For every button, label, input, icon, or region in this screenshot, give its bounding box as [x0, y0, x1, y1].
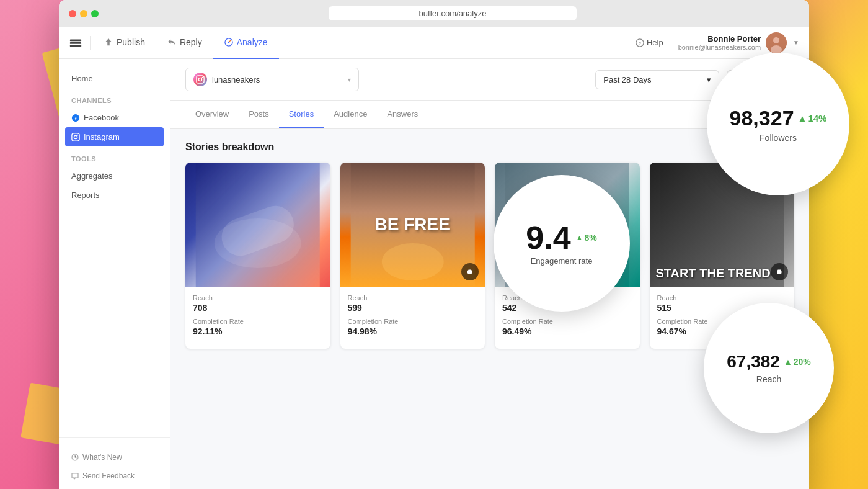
maximize-button[interactable] — [91, 10, 99, 17]
address-path: /analyze — [456, 9, 486, 18]
tab-posts[interactable]: Posts — [239, 101, 279, 128]
story-text-2: BE FREE — [375, 215, 450, 235]
analyze-icon — [224, 38, 233, 47]
content-toolbar: lunasneakers ▾ Past 28 Days ▾ Export as.… — [170, 59, 809, 101]
nav-publish[interactable]: Publish — [93, 27, 156, 59]
reports-label: Reports — [71, 191, 100, 200]
traffic-lights — [69, 10, 99, 17]
export-label: Export as... — [736, 75, 777, 84]
export-button[interactable]: Export as... ▾ — [727, 70, 794, 89]
completion-value-4: 94.67% — [657, 326, 787, 336]
svg-rect-16 — [197, 76, 204, 83]
instagram-channel-icon — [196, 75, 205, 84]
user-name: Bonnie Porter — [678, 34, 761, 43]
nav-user[interactable]: Bonnie Porter bonnie@lunasneakers.com ▼ — [671, 32, 799, 53]
sidebar-item-facebook[interactable]: f Facebook — [59, 108, 170, 127]
svg-point-23 — [381, 243, 443, 280]
sidebar-channels-label: Channels — [59, 88, 170, 108]
svg-point-18 — [202, 77, 203, 78]
tab-overview[interactable]: Overview — [185, 101, 239, 128]
story-text-4: START THE TREND — [656, 266, 771, 280]
svg-point-14 — [78, 134, 79, 135]
whats-new-label: What's New — [82, 453, 122, 462]
content-area: lunasneakers ▾ Past 28 Days ▾ Export as.… — [170, 59, 809, 489]
story-card-4[interactable]: START THE TREND ⏺ Reach 515 Completion R… — [650, 163, 795, 349]
whats-new-icon — [71, 454, 79, 461]
completion-label-2: Completion Rate — [348, 318, 478, 325]
facebook-icon: f — [71, 114, 80, 122]
sidebar-whats-new[interactable]: What's New — [59, 448, 170, 467]
video-badge-2: ⏺ — [461, 263, 479, 280]
instagram-label: Instagram — [84, 132, 120, 141]
completion-value-2: 94.98% — [348, 326, 478, 336]
sidebar-bottom: What's New Send Feedback — [59, 437, 170, 485]
facebook-label: Facebook — [84, 113, 119, 122]
section-title: Stories breakdown — [185, 141, 794, 153]
top-nav: Publish Reply Analyze ? Help Bonnie Port… — [59, 27, 809, 59]
address-domain: buffer.com — [419, 9, 456, 18]
aggregates-label: Aggregates — [71, 171, 113, 181]
sidebar-send-feedback[interactable]: Send Feedback — [59, 467, 170, 485]
avatar-chevron-icon: ▼ — [793, 39, 799, 46]
tab-audience[interactable]: Audience — [324, 101, 377, 128]
story-stats-4: Reach 515 Completion Rate 94.67% — [650, 287, 795, 349]
story-card-1[interactable]: Reach 708 Completion Rate 92.11% — [185, 163, 330, 349]
sidebar-item-reports[interactable]: Reports — [59, 186, 170, 205]
nav-reply[interactable]: Reply — [156, 27, 213, 59]
completion-label-1: Completion Rate — [193, 318, 323, 325]
svg-point-4 — [228, 41, 229, 43]
sidebar-item-home[interactable]: Home — [59, 69, 170, 88]
completion-value-1: 92.11% — [193, 326, 323, 336]
sidebar-item-aggregates[interactable]: Aggregates — [59, 166, 170, 186]
reach-label-2: Reach — [348, 294, 478, 302]
publish-label: Publish — [117, 37, 145, 47]
sidebar-tools-label: Tools — [59, 146, 170, 166]
stories-wrapper: Reach 708 Completion Rate 92.11% — [185, 163, 794, 349]
tab-answers[interactable]: Answers — [377, 101, 428, 128]
nav-logo[interactable] — [69, 36, 91, 50]
completion-label-4: Completion Rate — [657, 318, 787, 325]
send-feedback-label: Send Feedback — [82, 472, 135, 480]
video-badge-4: ⏺ — [771, 263, 788, 280]
content-inner: Stories breakdown — [170, 129, 809, 489]
close-button[interactable] — [69, 10, 76, 17]
engagement-trend: ▲ 8% — [576, 233, 597, 242]
nav-user-info: Bonnie Porter bonnie@lunasneakers.com — [678, 34, 761, 51]
minimize-button[interactable] — [80, 10, 87, 17]
buffer-logo-icon — [69, 36, 82, 50]
help-icon: ? — [636, 38, 644, 47]
engagement-value: 9.4 — [526, 222, 570, 254]
tab-stories[interactable]: Stories — [279, 101, 324, 128]
story-card-2[interactable]: BE FREE ⏺ Reach 599 Completion Rate 94.9… — [340, 163, 485, 349]
sidebar-item-instagram[interactable]: Instagram — [65, 127, 164, 146]
reply-label: Reply — [180, 37, 202, 47]
avatar[interactable] — [766, 32, 787, 53]
channel-icon — [193, 73, 207, 86]
nav-help[interactable]: ? Help — [628, 38, 671, 47]
main-layout: Home Channels f Facebook Instagram Tools… — [59, 59, 809, 489]
date-range-selector[interactable]: Past 28 Days ▾ — [595, 70, 719, 89]
sidebar: Home Channels f Facebook Instagram Tools… — [59, 59, 170, 489]
followers-trend-value: 14% — [808, 113, 826, 123]
story-image-2: BE FREE ⏺ — [340, 163, 485, 287]
tabs-bar: Overview Posts Stories Audience Answers — [170, 101, 809, 129]
date-chevron-icon: ▾ — [707, 75, 711, 84]
channel-selector[interactable]: lunasneakers ▾ — [185, 68, 359, 91]
instagram-icon — [71, 133, 80, 141]
address-bar[interactable]: buffer.com/analyze — [329, 6, 577, 20]
nav-analyze[interactable]: Analyze — [213, 27, 279, 59]
svg-point-8 — [773, 37, 779, 43]
svg-rect-1 — [70, 42, 81, 44]
channel-chevron-icon: ▾ — [348, 76, 351, 83]
reach-value-4: 515 — [657, 303, 787, 313]
publish-icon — [104, 38, 113, 47]
story-stats-2: Reach 599 Completion Rate 94.98% — [340, 287, 485, 349]
svg-rect-2 — [70, 45, 81, 47]
svg-rect-12 — [72, 133, 79, 140]
svg-point-13 — [74, 135, 77, 138]
engagement-circle: 9.4 ▲ 8% Engagement rate — [494, 175, 630, 312]
story-image-1 — [185, 163, 330, 287]
feedback-icon — [71, 472, 79, 480]
analyze-label: Analyze — [237, 37, 268, 47]
reach-label-4: Reach — [657, 294, 787, 302]
